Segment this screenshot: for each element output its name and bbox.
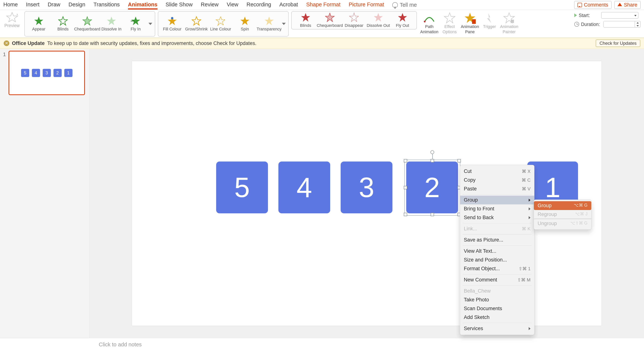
check-for-updates-button[interactable]: Check for Updates [596, 40, 640, 47]
tab-review[interactable]: Review [201, 2, 218, 9]
workspace: 1 5 4 3 2 1 5 4 3 1 [0, 49, 644, 338]
tab-home[interactable]: Home [3, 2, 18, 9]
anim-blinds-in[interactable]: Blinds [51, 16, 75, 32]
svg-marker-14 [301, 13, 310, 22]
anim-dissolve-in[interactable]: Dissolve In [99, 16, 124, 32]
anim-chequerboard-in[interactable]: Chequerboard [75, 16, 99, 32]
star-icon [325, 13, 335, 22]
anim-flyout-label: Fly Out [396, 23, 409, 28]
comments-label: Comments [584, 2, 608, 8]
submenu-group[interactable]: Group⌥⌘ G [534, 201, 591, 210]
trigger-button[interactable]: Trigger [482, 11, 497, 30]
preview-star-icon [6, 12, 19, 22]
stepper-up[interactable] [635, 21, 640, 24]
notice-message: To keep up to date with security updates… [47, 41, 256, 46]
slide-1[interactable]: 5 4 3 1 2 [132, 61, 602, 326]
context-menu: Cut⌘ X Copy⌘ C Paste⌘ V Group Bring to F… [460, 165, 534, 335]
selection-box [404, 160, 460, 216]
chevron-right-icon [529, 327, 530, 330]
slide-canvas[interactable]: 5 4 3 1 2 [90, 49, 644, 338]
ctx-scan-documents[interactable]: Scan Documents [460, 304, 534, 313]
tab-design[interactable]: Design [68, 2, 85, 9]
ctx-send-back[interactable]: Send to Back [460, 213, 534, 222]
notes-pane[interactable]: Click to add notes [0, 338, 644, 351]
ctx-bring-front[interactable]: Bring to Front [460, 204, 534, 213]
thumbnail-preview[interactable]: 5 4 3 2 1 [8, 51, 85, 95]
anim-chequerboard-out[interactable]: Chequerboard [318, 13, 342, 28]
anim-line-colour[interactable]: Line Colour [208, 16, 233, 32]
ctx-services[interactable]: Services [460, 324, 534, 333]
share-button[interactable]: Share [614, 1, 641, 9]
resize-handle-l[interactable] [404, 186, 407, 189]
resize-handle-t[interactable] [431, 159, 434, 162]
ctx-size-and-position[interactable]: Size and Position... [460, 255, 534, 264]
emphasis-more-button[interactable] [281, 13, 286, 35]
anim-fly-out[interactable]: Fly Out [390, 13, 414, 28]
path-animation-button[interactable]: Path Animation [420, 11, 439, 36]
tab-slideshow[interactable]: Slide Show [166, 2, 193, 9]
tab-animations[interactable]: Animations [128, 2, 158, 9]
star-icon [264, 16, 274, 26]
resize-handle-tr[interactable] [458, 159, 461, 162]
tab-transitions[interactable]: Transitions [94, 2, 120, 9]
anim-disappear[interactable]: Disappear [342, 13, 366, 28]
close-notice-icon[interactable]: ✕ [4, 41, 9, 46]
path-label-2: Animation [420, 30, 438, 34]
resize-handle-tl[interactable] [404, 159, 407, 162]
thumb-shape: 3 [43, 69, 51, 77]
animation-painter-button[interactable]: Animation Painter [499, 11, 519, 36]
stepper-down[interactable] [635, 24, 640, 27]
shape-3[interactable]: 3 [341, 162, 392, 213]
resize-handle-b[interactable] [431, 213, 434, 216]
shape-5[interactable]: 5 [216, 162, 268, 213]
ctx-paste[interactable]: Paste⌘ V [460, 184, 534, 193]
thumb-shape: 5 [21, 69, 29, 77]
ctx-format-object[interactable]: Format Object...⇧⌘ 1 [460, 264, 534, 273]
comments-button[interactable]: Comments [574, 1, 612, 9]
ribbon-tabbar: Home Insert Draw Design Transitions Anim… [0, 0, 644, 10]
anim-linecolour-label: Line Colour [210, 27, 231, 32]
chevron-down-icon [282, 23, 286, 25]
ctx-view-alt-text[interactable]: View Alt Text... [460, 247, 534, 255]
tab-view[interactable]: View [227, 2, 238, 9]
anim-transparency[interactable]: Transparency [257, 16, 281, 32]
ctx-cut[interactable]: Cut⌘ X [460, 167, 534, 176]
start-combobox[interactable] [601, 12, 638, 19]
shape-4[interactable]: 4 [278, 162, 330, 213]
tell-me-search[interactable]: Tell me [392, 2, 417, 8]
rotation-handle[interactable] [430, 150, 434, 154]
resize-handle-bl[interactable] [404, 213, 407, 216]
tab-draw[interactable]: Draw [48, 2, 60, 9]
animation-pane-button[interactable]: Animation Pane [460, 11, 480, 36]
tab-recording[interactable]: Recording [246, 2, 271, 9]
tab-acrobat[interactable]: Acrobat [279, 2, 298, 9]
preview-button[interactable]: Preview [2, 11, 22, 29]
tab-shape-format[interactable]: Shape Format [306, 2, 340, 9]
tab-insert[interactable]: Insert [26, 2, 40, 9]
anim-grow-shrink[interactable]: Grow/Shrink [184, 16, 208, 32]
ctx-add-sketch[interactable]: Add Sketch [460, 313, 534, 322]
ctx-save-as-picture[interactable]: Save as Picture... [460, 236, 534, 244]
anim-appear[interactable]: Appear [27, 16, 51, 32]
ctx-copy[interactable]: Copy⌘ C [460, 176, 534, 184]
ctx-group[interactable]: Group [460, 196, 534, 204]
submenu-regroup: Regroup⌥⌘ J [534, 210, 591, 219]
duration-stepper[interactable] [604, 21, 641, 28]
tab-picture-format[interactable]: Picture Format [349, 2, 384, 9]
ctx-new-comment[interactable]: New Comment⇧⌘ M [460, 275, 534, 284]
anim-dissolve-out[interactable]: Dissolve Out [366, 13, 390, 28]
anim-blinds-out[interactable]: Blinds [294, 13, 318, 28]
anim-cheq-label: Chequerboard [74, 27, 100, 32]
pane-label-1: Animation [461, 24, 479, 29]
anim-spin[interactable]: Spin [233, 16, 257, 32]
ctx-take-photo[interactable]: Take Photo [460, 295, 534, 304]
anim-fly-in[interactable]: Fly In [124, 16, 148, 32]
preview-label: Preview [4, 23, 20, 28]
effect-label-2: Options [442, 30, 457, 34]
entrance-more-button[interactable] [148, 13, 153, 35]
thumbnail-1[interactable]: 1 5 4 3 2 1 [3, 51, 86, 95]
anim-fill-colour[interactable]: Fill Colour [160, 16, 184, 32]
selected-shape-2[interactable]: 2 [406, 161, 459, 214]
effect-options-button[interactable]: Effect Options [442, 11, 458, 36]
anim-blindsout-label: Blinds [300, 23, 311, 28]
